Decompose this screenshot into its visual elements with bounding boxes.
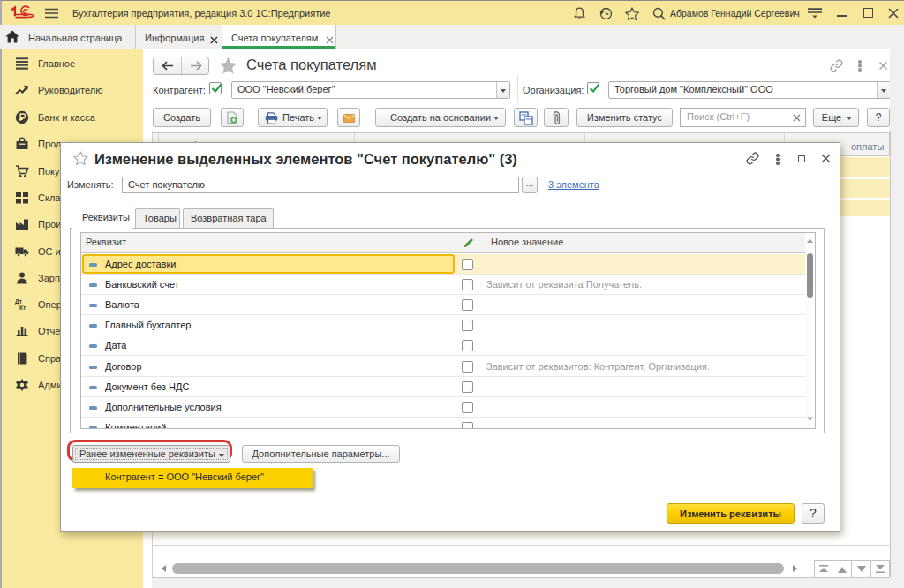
svg-text:Кт: Кт (19, 305, 26, 311)
